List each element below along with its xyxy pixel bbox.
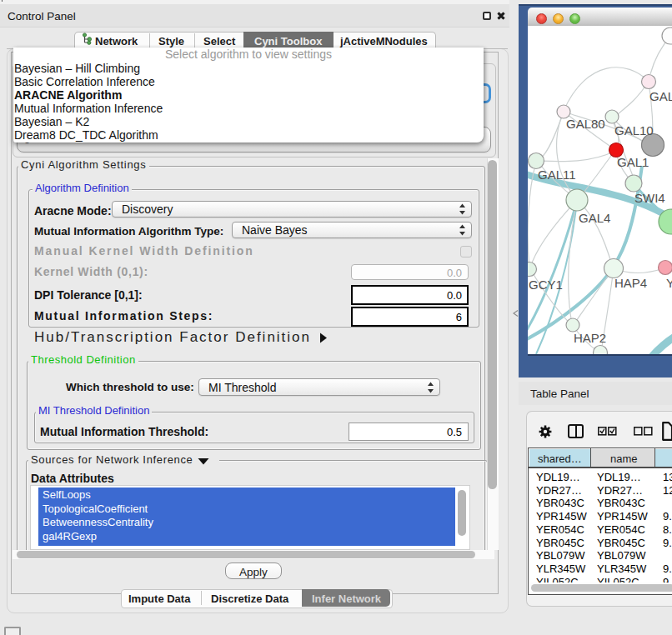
svg-text:GAL80: GAL80 [566, 117, 605, 131]
svg-text:GAL11: GAL11 [538, 168, 576, 182]
svg-text:HAP2: HAP2 [574, 331, 606, 345]
svg-text:GAL: GAL [649, 89, 672, 103]
svg-text:SWI4: SWI4 [634, 191, 665, 205]
svg-text:GAL1: GAL1 [617, 155, 649, 169]
svg-text:GAL4: GAL4 [579, 211, 610, 225]
svg-text:HAP4: HAP4 [614, 276, 647, 290]
svg-text:Y: Y [666, 276, 672, 290]
svg-text:GAL10: GAL10 [614, 123, 654, 138]
svg-text:GCY1: GCY1 [529, 278, 563, 292]
